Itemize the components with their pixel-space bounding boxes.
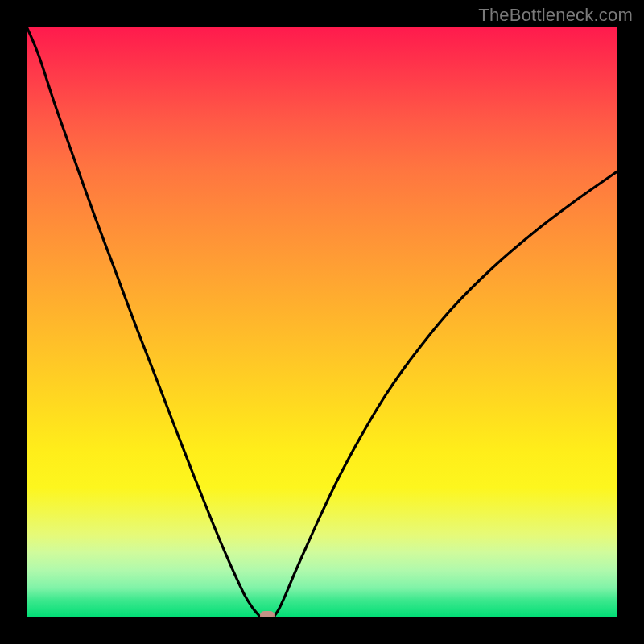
minimum-marker (260, 611, 275, 617)
bottleneck-curve (27, 27, 617, 617)
watermark-text: TheBottleneck.com (478, 5, 633, 26)
plot-area (27, 27, 617, 617)
curve-left-branch (27, 27, 261, 617)
curve-right-branch (274, 171, 617, 617)
chart-frame: TheBottleneck.com (0, 0, 644, 644)
